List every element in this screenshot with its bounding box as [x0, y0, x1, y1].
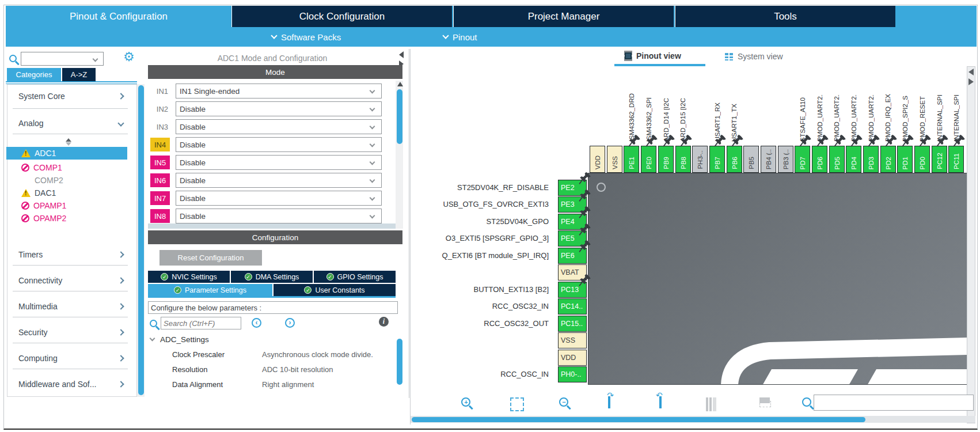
reset-configuration-button[interactable]: Reset Configuration [159, 250, 262, 266]
tab-nvic-settings[interactable]: ✓ NVIC Settings [148, 271, 230, 283]
scroll-up-arrow[interactable] [397, 82, 403, 86]
zoom-out-icon[interactable]: − [559, 397, 568, 407]
pin-pd2[interactable]: PD2 [880, 146, 896, 173]
param-value[interactable]: Asynchronous clock mode divide. [262, 350, 373, 359]
param-value[interactable]: Right alignment [262, 380, 314, 389]
tab-user-constants[interactable]: ✓ User Constants [274, 284, 396, 296]
gear-icon[interactable]: ⚙ [123, 51, 135, 63]
previous-match-icon[interactable]: ‹ [252, 318, 261, 328]
pin-pc11[interactable]: PC11 [948, 146, 964, 173]
top-nav: Pinout & Configuration Clock Configurati… [6, 6, 977, 27]
tab-project-manager[interactable]: Project Manager [453, 6, 674, 27]
pin-pd1[interactable]: PD1 [897, 146, 913, 173]
divider [13, 108, 128, 109]
sidebar-item-comp2[interactable]: COMP2 [6, 174, 127, 187]
scroll-arrows[interactable] [968, 69, 974, 85]
in2-select[interactable]: Disable [176, 101, 382, 116]
param-value[interactable]: ADC 10-bit resolution [262, 365, 333, 374]
param-name[interactable]: Clock Prescaler [172, 350, 225, 359]
param-name[interactable]: Data Alignment [172, 380, 223, 389]
in4-select[interactable]: Disable [176, 137, 382, 152]
in1-select[interactable]: IN1 Single-ended [176, 84, 382, 98]
pin-pd6[interactable]: PD6 [812, 146, 827, 173]
param-name[interactable]: Resolution [172, 365, 207, 374]
pin-pd0[interactable]: PD0 [914, 146, 930, 173]
sidebar-scrollbar-thumb[interactable] [138, 85, 144, 395]
tab-gpio-settings[interactable]: ✓ GPIO Settings [314, 271, 396, 283]
pin-ph3[interactable]: PH3-.. [692, 146, 708, 173]
sidebar-item-opamp2[interactable]: OPAMP2 [6, 212, 127, 225]
pin-pe1[interactable]: PE1 [624, 146, 639, 173]
sidebar-group-timers[interactable]: Timers [18, 249, 123, 260]
pin-pb7[interactable]: PB7 [709, 146, 725, 173]
pin-pb9[interactable]: PB9 [658, 146, 674, 173]
pin-pb6[interactable]: PB6 [727, 146, 742, 173]
tab-parameter-settings[interactable]: ✓ Parameter Settings [148, 284, 272, 296]
pin-pd5[interactable]: PD5 [829, 146, 845, 173]
in7-select[interactable]: Disable [176, 191, 382, 206]
search-icon [150, 320, 157, 327]
sidebar-group-computing[interactable]: Computing [18, 353, 123, 364]
pin-pd4[interactable]: PD4 [846, 146, 861, 173]
pin-vdd-top[interactable]: VDD [590, 146, 605, 173]
mode-horizontal-scrollbar[interactable] [148, 223, 396, 229]
tab-pinout-configuration[interactable]: Pinout & Configuration [6, 6, 231, 27]
pinout-vertical-scrollbar[interactable] [967, 66, 975, 423]
pin-vss-top[interactable]: VSS [607, 146, 622, 173]
mcu-chip-body[interactable] [588, 173, 968, 385]
pin-ph0[interactable]: PH0-.. [558, 366, 587, 382]
software-packs-menu[interactable]: Software Packs [272, 27, 341, 47]
best-fit-icon[interactable] [510, 397, 524, 411]
zoom-in-icon[interactable]: + [461, 397, 470, 407]
rotate-counterclockwise-icon[interactable] [659, 396, 662, 408]
tab-clock-configuration[interactable]: Clock Configuration [231, 6, 452, 27]
pushpin-icon [579, 189, 591, 202]
pin-pb5[interactable]: PB5 [743, 146, 759, 173]
pin-pd3[interactable]: PD3 [863, 146, 879, 173]
pinout-horizontal-scrollbar-thumb[interactable] [412, 417, 865, 422]
sidebar-group-security[interactable]: Security [18, 327, 123, 338]
in5-select[interactable]: Disable [176, 155, 382, 170]
pin-pc12[interactable]: PC12 [932, 146, 947, 173]
next-match-icon[interactable]: › [285, 318, 295, 328]
pin-pc15[interactable]: PC15.. [558, 316, 587, 332]
pin-vss-left[interactable]: VSS [558, 332, 587, 348]
divider [13, 317, 128, 317]
tab-a-to-z[interactable]: A->Z [62, 68, 96, 81]
in8-select[interactable]: Disable [176, 209, 382, 223]
pin-pe0[interactable]: PE0 [641, 146, 656, 173]
tab-pinout-view[interactable]: Pinout view [625, 51, 681, 60]
sidebar-group-analog[interactable]: Analog [18, 118, 123, 129]
adc-settings-group[interactable]: ADC_Settings [150, 335, 209, 344]
pin-pb4[interactable]: PB4 (.. [761, 146, 776, 173]
pin-pb3[interactable]: PB3 (.. [778, 146, 793, 173]
sidebar-search-input[interactable] [21, 52, 104, 66]
sidebar-item-dac1[interactable]: DAC1 [6, 187, 127, 199]
parameter-search-input[interactable] [161, 317, 241, 329]
pin-search-input[interactable] [814, 395, 974, 411]
sidebar-group-multimedia[interactable]: Multimedia [18, 301, 123, 312]
sidebar-item-opamp1[interactable]: OPAMP1 [6, 199, 127, 212]
tab-dma-settings[interactable]: ✓ DMA Settings [231, 271, 313, 283]
info-icon[interactable]: i [379, 317, 389, 327]
sidebar-item-comp1[interactable]: COMP1 [6, 161, 127, 174]
tab-system-view[interactable]: System view [725, 52, 783, 61]
tab-tools[interactable]: Tools [675, 6, 895, 27]
pin-pd7[interactable]: PD7 [795, 146, 810, 173]
configuration-scrollbar-thumb[interactable] [397, 339, 402, 385]
chevron-down-icon [370, 160, 375, 165]
pin-vdd-left[interactable]: VDD [558, 350, 587, 366]
in3-select[interactable]: Disable [176, 119, 382, 134]
tab-categories[interactable]: Categories [7, 68, 61, 81]
pin-pc14[interactable]: PC14.. [558, 298, 587, 314]
sidebar-group-connectivity[interactable]: Connectivity [18, 275, 123, 286]
rotate-clockwise-icon[interactable] [608, 396, 610, 408]
sidebar-item-adc1[interactable]: ADC1 [6, 147, 127, 160]
in6-select[interactable]: Disable [176, 173, 382, 188]
pinout-menu[interactable]: Pinout [443, 27, 477, 47]
mode-scrollbar-thumb[interactable] [397, 89, 402, 144]
sidebar-group-middleware[interactable]: Middleware and Sof... [18, 378, 123, 390]
sort-arrows-icon[interactable] [66, 138, 71, 146]
sidebar-group-system-core[interactable]: System Core [18, 90, 123, 102]
pin-pb8[interactable]: PB8 [675, 146, 691, 173]
